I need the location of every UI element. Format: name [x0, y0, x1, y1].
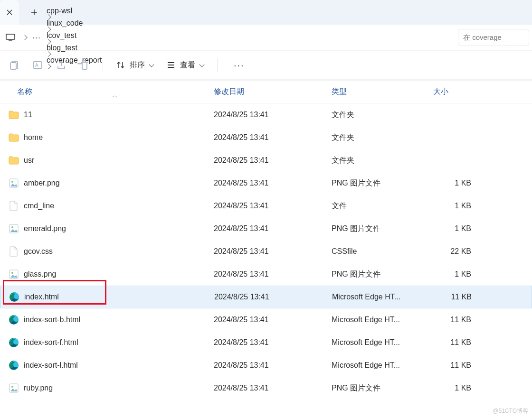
- file-type: PNG 图片文件: [332, 178, 433, 188]
- file-size: 11 KB: [433, 316, 490, 324]
- file-size: 1 KB: [433, 179, 490, 187]
- file-date: 2024/8/25 13:41: [214, 293, 332, 301]
- file-row[interactable]: index-sort-f.html2024/8/25 13:41Microsof…: [0, 331, 532, 354]
- file-date: 2024/8/25 13:41: [214, 270, 332, 279]
- file-row[interactable]: home2024/8/25 13:41文件夹: [0, 126, 532, 149]
- chevron-right-icon[interactable]: [44, 40, 105, 44]
- file-row[interactable]: amber.png2024/8/25 13:41PNG 图片文件1 KB: [0, 172, 532, 195]
- file-date: 2024/8/25 13:41: [214, 361, 332, 370]
- file-date: 2024/8/25 13:41: [214, 133, 332, 142]
- breadcrumb-item[interactable]: lcov_test: [44, 31, 105, 40]
- chevron-right-icon[interactable]: [44, 15, 105, 19]
- folder-icon: [9, 155, 19, 166]
- file-row[interactable]: cmd_line2024/8/25 13:41文件1 KB: [0, 195, 532, 217]
- svg-rect-2: [10, 63, 16, 69]
- file-date: 2024/8/25 13:41: [214, 384, 332, 392]
- png-icon: [9, 383, 19, 393]
- breadcrumb-item[interactable]: cpp-wsl: [44, 7, 105, 15]
- breadcrumb-item[interactable]: linux_code: [44, 19, 105, 28]
- file-size: 1 KB: [433, 384, 490, 392]
- edge-icon: [9, 315, 19, 325]
- edge-icon: [9, 360, 19, 371]
- svg-point-16: [11, 386, 13, 388]
- sort-dropdown[interactable]: 排序: [116, 60, 153, 70]
- file-name: glass.png: [24, 270, 57, 279]
- more-button[interactable]: ···: [231, 60, 247, 71]
- folder-icon: [9, 132, 19, 143]
- svg-point-6: [11, 181, 13, 183]
- file-row[interactable]: usr2024/8/25 13:41文件夹: [0, 149, 532, 172]
- file-name: usr: [24, 156, 34, 165]
- file-type: CSSfile: [332, 247, 433, 256]
- file-name: index-sort-l.html: [24, 361, 78, 370]
- png-icon: [9, 178, 19, 188]
- copy-button[interactable]: [10, 60, 19, 70]
- view-dropdown[interactable]: 查看: [167, 60, 204, 70]
- file-size: 11 KB: [433, 338, 490, 347]
- file-type: Microsoft Edge HT...: [332, 316, 433, 324]
- file-type: Microsoft Edge HT...: [332, 293, 434, 301]
- breadcrumb-overflow[interactable]: ···: [31, 33, 42, 43]
- file-row[interactable]: index.html2024/8/25 13:41Microsoft Edge …: [0, 286, 532, 308]
- delete-button[interactable]: [80, 60, 89, 70]
- file-list: 112024/8/25 13:41文件夹home2024/8/25 13:41文…: [0, 103, 532, 399]
- file-date: 2024/8/25 13:41: [214, 179, 332, 187]
- address-bar: ··· cpp-wsllinux_codelcov_testblog_testc…: [0, 25, 532, 50]
- toolbar-divider: [103, 58, 103, 72]
- file-date: 2024/8/25 13:41: [214, 247, 332, 256]
- file-size: 11 KB: [434, 293, 491, 301]
- share-button[interactable]: [56, 60, 66, 70]
- file-name: index-sort-b.html: [24, 316, 80, 324]
- file-date: 2024/8/25 13:41: [214, 338, 332, 347]
- png-icon: [9, 269, 19, 279]
- column-header-type[interactable]: 类型: [332, 87, 433, 97]
- file-type: PNG 图片文件: [332, 224, 433, 234]
- edge-icon: [9, 292, 19, 302]
- file-date: 2024/8/25 13:41: [214, 111, 332, 119]
- file-name: index-sort-f.html: [24, 338, 78, 347]
- file-icon: [9, 201, 19, 211]
- file-name: 11: [24, 111, 32, 119]
- monitor-icon[interactable]: [3, 34, 18, 41]
- breadcrumb-item[interactable]: blog_test: [44, 44, 105, 52]
- chevron-right-icon[interactable]: [20, 36, 29, 39]
- chevron-right-icon[interactable]: [44, 65, 105, 68]
- file-type: PNG 图片文件: [332, 383, 433, 393]
- file-name: index.html: [24, 293, 59, 301]
- file-date: 2024/8/25 13:41: [214, 202, 332, 210]
- new-tab-button[interactable]: [25, 0, 44, 25]
- file-size: 1 KB: [433, 202, 490, 210]
- column-header-date[interactable]: 修改日期: [214, 87, 332, 97]
- file-type: Microsoft Edge HT...: [332, 361, 433, 370]
- file-row[interactable]: index-sort-b.html2024/8/25 13:41Microsof…: [0, 308, 532, 331]
- search-input[interactable]: 在 coverage_: [458, 29, 529, 46]
- file-row[interactable]: 112024/8/25 13:41文件夹: [0, 103, 532, 126]
- file-name: cmd_line: [24, 202, 54, 210]
- file-name: ruby.png: [24, 384, 53, 392]
- chevron-right-icon[interactable]: [44, 52, 105, 56]
- file-date: 2024/8/25 13:41: [214, 224, 332, 233]
- file-row[interactable]: emerald.png2024/8/25 13:41PNG 图片文件1 KB: [0, 217, 532, 240]
- column-header-name[interactable]: 名称 ︿: [0, 87, 214, 97]
- breadcrumb-item[interactable]: coverage_report: [44, 56, 105, 65]
- file-date: 2024/8/25 13:41: [214, 316, 332, 324]
- file-date: 2024/8/25 13:41: [214, 156, 332, 165]
- file-row[interactable]: glass.png2024/8/25 13:41PNG 图片文件1 KB: [0, 263, 532, 286]
- file-type: 文件: [332, 201, 433, 211]
- svg-point-10: [11, 272, 13, 274]
- png-icon: [9, 223, 19, 234]
- column-header-size[interactable]: 大小: [433, 87, 490, 97]
- file-row[interactable]: gcov.css2024/8/25 13:41CSSfile22 KB: [0, 240, 532, 263]
- file-type: Microsoft Edge HT...: [332, 338, 433, 347]
- file-row[interactable]: ruby.png2024/8/25 13:41PNG 图片文件1 KB: [0, 377, 532, 399]
- tab-close-button[interactable]: [0, 0, 19, 25]
- column-headers: 名称 ︿ 修改日期 类型 大小: [0, 81, 532, 103]
- rename-button[interactable]: A: [32, 60, 43, 70]
- file-size: 11 KB: [433, 361, 490, 370]
- file-name: home: [24, 133, 43, 142]
- file-row[interactable]: index-sort-l.html2024/8/25 13:41Microsof…: [0, 354, 532, 377]
- svg-text:A: A: [35, 63, 38, 68]
- sort-indicator-icon: ︿: [112, 92, 118, 100]
- file-name: emerald.png: [24, 224, 66, 233]
- chevron-right-icon[interactable]: [44, 28, 105, 31]
